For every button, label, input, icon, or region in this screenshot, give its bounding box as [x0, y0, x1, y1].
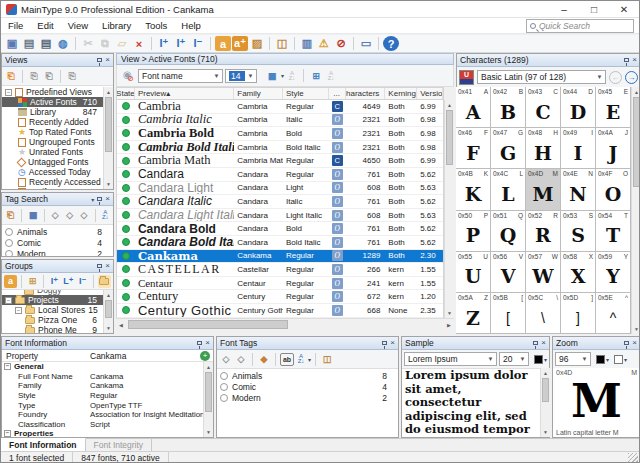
unicode-block-select[interactable]: Basic Latin (97 of 128) ▼	[477, 70, 606, 84]
add-property-icon[interactable]: +	[200, 351, 210, 361]
maximize-button[interactable]: □	[579, 1, 609, 18]
char-cell-0x4A[interactable]: 0x4AJJ	[596, 128, 631, 169]
chevron-down-icon[interactable]: ▾	[308, 356, 311, 363]
menu-library[interactable]: Library	[95, 20, 138, 31]
column-header-version[interactable]: Version	[417, 88, 443, 99]
close-icon[interactable]: ×	[632, 56, 637, 64]
checkbox-circle-icon[interactable]	[5, 228, 13, 236]
column-header-[interactable]: ...	[329, 88, 346, 99]
sidebar-item-serif[interactable]: Serif	[2, 187, 103, 189]
print-icon[interactable]: ▤	[38, 36, 54, 51]
char-cell-0x46[interactable]: 0x46FF	[456, 128, 491, 169]
sort-az-icon[interactable]: AZ↓	[295, 354, 307, 364]
new-tag-icon[interactable]: ◆	[257, 353, 271, 366]
font-row-candara-light-italic[interactable]: Candara Light ItalicCandaraLight ItalicO…	[117, 209, 443, 223]
font-row-cambria[interactable]: CambriaCambriaRegularC4649Both6.99	[117, 100, 443, 114]
font-row-cankama[interactable]: CankamaCankamaRegularO1289Both2.30	[117, 250, 443, 264]
font-info-row-type[interactable]: TypeOpenType TTF	[2, 400, 203, 410]
menu-file[interactable]: File	[1, 20, 30, 31]
menu-edit[interactable]: Edit	[30, 20, 60, 31]
char-cell-0x54[interactable]: 0x54TT	[596, 211, 631, 252]
new-view-icon[interactable]: ⎗	[4, 70, 18, 83]
package-icon[interactable]: ◫	[274, 36, 290, 51]
char-cell-0x45[interactable]: 0x45EE	[596, 87, 631, 128]
font-info-section-general[interactable]: −General	[2, 362, 203, 372]
char-cell-0x48[interactable]: 0x48HH	[526, 128, 561, 169]
font-viewer-icon[interactable]: ▥	[299, 36, 315, 51]
sidebar-item-recently-accessed[interactable]: Recently Accessed	[2, 177, 103, 187]
font-row-century[interactable]: CenturyCenturyRegularO672kern1.20	[117, 290, 443, 304]
copy-icon[interactable]: ⧉	[97, 36, 113, 51]
package-icon[interactable]: ◫	[320, 353, 334, 366]
zoom-bg-color-picker[interactable]: ▾	[614, 355, 627, 364]
font-row-candara-bold[interactable]: Candara BoldCandaraBoldO761Both5.62	[117, 222, 443, 236]
close-button[interactable]: ✕	[609, 1, 639, 18]
char-cell-0x5E[interactable]: 0x5E^^	[596, 293, 631, 334]
load-group-icon[interactable]: L⁺	[62, 275, 75, 288]
column-header-family[interactable]: Family	[234, 88, 283, 99]
tag-filter-icon[interactable]: ◇	[77, 209, 90, 222]
char-cell-0x58[interactable]: 0x58XX	[561, 252, 596, 293]
font-tag-item-animals[interactable]: Animals8	[217, 370, 398, 381]
sidebar-item-active-fonts[interactable]: Active Fonts710	[2, 97, 103, 107]
font-info-row-family[interactable]: FamilyCankama	[2, 381, 203, 391]
load-font-icon[interactable]: I⁺	[173, 36, 189, 51]
add-font-tagged-icon[interactable]: a⁺	[232, 36, 248, 51]
pin-icon[interactable]	[382, 341, 387, 345]
cut-icon[interactable]: ✂	[80, 36, 96, 51]
sample-scrollbar[interactable]: ▲ ▼	[540, 368, 550, 437]
pin-icon[interactable]	[97, 58, 102, 62]
group-item-local-stores[interactable]: −Local Stores15	[2, 305, 103, 315]
groups-scrollbar[interactable]: ▲ ▼	[103, 290, 113, 333]
font-info-row-style[interactable]: StyleRegular	[2, 391, 203, 401]
report-remove-icon[interactable]: ⊘	[333, 36, 349, 51]
checkbox-circle-icon[interactable]	[220, 372, 228, 380]
font-row-cambria-bold[interactable]: Cambria BoldCambriaBoldO2321Both6.98	[117, 127, 443, 141]
group-item-phone-me[interactable]: Phone Me9	[2, 325, 103, 333]
font-row-candara-bold-italic[interactable]: Candara Bold ItalicCandaraBold ItalicO76…	[117, 236, 443, 250]
pin-icon[interactable]	[624, 58, 629, 62]
tag-icon[interactable]: ◇	[219, 353, 233, 366]
font-row-centaur[interactable]: CentaurCentaurRegularO241kern1.55	[117, 277, 443, 291]
font-row-candara-light[interactable]: Candara LightCandaraLightO608Both5.63	[117, 182, 443, 196]
paste-icon[interactable]: ▱	[114, 36, 130, 51]
char-cell-0x56[interactable]: 0x56VV	[491, 252, 526, 293]
char-cell-0x59[interactable]: 0x59YY	[596, 252, 631, 293]
tag-grid-icon[interactable]: ▦	[26, 209, 39, 222]
sidebar-item-accessed-today[interactable]: ◷Accessed Today	[2, 167, 103, 177]
char-cell-0x41[interactable]: 0x41AA	[456, 87, 491, 128]
edit-view-icon[interactable]: ⎗	[42, 70, 56, 83]
checkbox-circle-icon[interactable]	[220, 394, 228, 402]
char-cell-0x55[interactable]: 0x55UU	[456, 252, 491, 293]
pin-icon[interactable]	[97, 197, 102, 201]
folder-icon[interactable]	[98, 275, 111, 288]
char-cell-0x43[interactable]: 0x43CC	[526, 87, 561, 128]
print-web-icon[interactable]: ◍	[55, 36, 71, 51]
font-row-cambria-italic[interactable]: Cambria ItalicCambriaItalicO2321Both6.98	[117, 114, 443, 128]
characters-scrollbar[interactable]: ▲ ▼	[631, 87, 640, 334]
views-tree-root[interactable]: −Predefined Views	[2, 87, 103, 97]
font-row-candara-italic[interactable]: Candara ItalicCandaraItalicO761Both5.62	[117, 195, 443, 209]
install-group-icon[interactable]: I⁺	[48, 275, 61, 288]
sidebar-item-untagged-fonts[interactable]: Untagged Fonts	[2, 157, 103, 167]
minimize-button[interactable]: –	[549, 1, 579, 18]
resize-grip[interactable]	[628, 453, 638, 463]
close-icon[interactable]: ×	[205, 339, 210, 347]
menu-view[interactable]: View	[61, 20, 95, 31]
sort-az-icon[interactable]: AZ↓	[325, 71, 337, 81]
menu-help[interactable]: Help	[174, 20, 208, 31]
tag-search-item-modern[interactable]: Modern2	[2, 248, 113, 257]
pin-icon[interactable]	[97, 264, 102, 268]
char-cell-0x4D[interactable]: 0x4DMM	[526, 169, 561, 210]
font-info-scrollbar[interactable]: ▲ ▼	[203, 362, 213, 437]
close-icon[interactable]: ×	[632, 339, 637, 347]
font-list-vscrollbar[interactable]: ▲ ▼	[444, 100, 454, 318]
sidebar-item-top-rated-fonts[interactable]: ★Top Rated Fonts	[2, 127, 103, 137]
character-window-icon[interactable]: ▭	[358, 36, 374, 51]
forward-icon[interactable]: →	[625, 71, 638, 84]
preview-off-icon[interactable]	[120, 68, 136, 83]
char-cell-0x5A[interactable]: 0x5AZZ	[456, 293, 491, 334]
print-preview-icon[interactable]: ▤	[21, 36, 37, 51]
font-list-hscrollbar[interactable]: ◀ ▶	[116, 318, 454, 330]
char-cell-0x4C[interactable]: 0x4CLL	[491, 169, 526, 210]
